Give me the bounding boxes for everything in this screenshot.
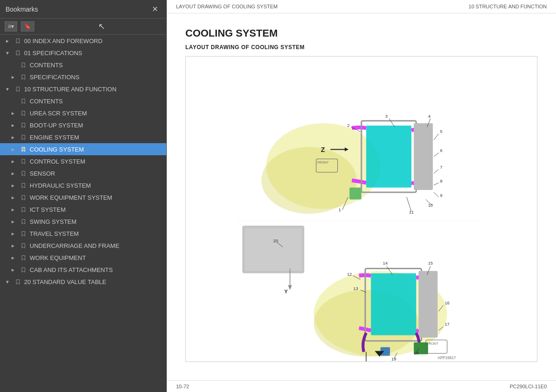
- doc-content: COOLING SYSTEM LAYOUT DRAWING OF COOLING…: [167, 13, 556, 380]
- expand-icon[interactable]: ►: [9, 242, 17, 249]
- bookmark-label: TRAVEL SYSTEM: [30, 230, 163, 237]
- svg-text:3: 3: [385, 114, 387, 119]
- expand-icon[interactable]: ►: [9, 158, 17, 165]
- bookmark-item[interactable]: ► CONTROL SYSTEM: [0, 155, 166, 167]
- expand-icon[interactable]: ►: [9, 133, 17, 141]
- bookmark-label: SENSOR: [30, 170, 163, 177]
- diagram-container: Z FRONT 2: [185, 56, 537, 362]
- expand-icon[interactable]: ►: [9, 145, 17, 153]
- expand-icon[interactable]: [9, 97, 17, 105]
- bookmark-flag-icon: [19, 254, 27, 261]
- expand-icon[interactable]: ►: [9, 218, 17, 225]
- bookmark-item[interactable]: CONTENTS: [0, 95, 166, 107]
- svg-text:4: 4: [428, 114, 430, 119]
- bookmark-flag-icon: [14, 278, 21, 285]
- expand-icon[interactable]: ►: [9, 266, 17, 273]
- bookmark-flag-icon: [19, 121, 27, 129]
- bookmark-flag-icon: [19, 218, 27, 225]
- bookmark-item[interactable]: ▼ 10 STRUCTURE AND FUNCTION: [0, 83, 166, 95]
- svg-rect-8: [366, 126, 411, 188]
- expand-icon[interactable]: ▼: [4, 49, 11, 57]
- svg-text:8: 8: [440, 179, 442, 183]
- expand-icon[interactable]: ►: [9, 206, 17, 213]
- bookmark-flag-icon: [14, 49, 21, 57]
- bookmark-flag-icon: [19, 242, 27, 249]
- bookmark-item[interactable]: ► WORK EQUIPMENT SYSTEM: [0, 191, 166, 203]
- svg-text:FRONT: FRONT: [317, 160, 329, 164]
- expand-icon[interactable]: ▼: [4, 278, 11, 285]
- svg-text:APP15817: APP15817: [438, 356, 456, 360]
- bookmark-item[interactable]: ► SENSOR: [0, 167, 166, 179]
- bookmark-flag-icon: [19, 145, 27, 153]
- page-title: COOLING SYSTEM: [185, 27, 537, 39]
- bookmark-label: BOOT-UP SYSTEM: [30, 122, 163, 129]
- expand-icon[interactable]: ►: [9, 109, 17, 117]
- expand-icon[interactable]: ►: [9, 170, 17, 177]
- expand-icon[interactable]: ►: [9, 194, 17, 201]
- bookmark-item[interactable]: ► UNDERCARRIAGE AND FRAME: [0, 240, 166, 252]
- close-button[interactable]: ✕: [149, 4, 161, 14]
- bookmark-item[interactable]: CONTENTS: [0, 59, 166, 71]
- bookmarks-panel: Bookmarks ✕ ≡▾ 🔖 ↖ ► 00 INDEX AND FOREWO…: [0, 0, 167, 392]
- bookmark-label: SWING SYSTEM: [30, 218, 163, 225]
- bookmark-flag-icon: [19, 109, 27, 117]
- svg-rect-46: [418, 271, 437, 338]
- bookmark-item[interactable]: ► CAB AND ITS ATTACHMENTS: [0, 264, 166, 276]
- page-number: 10-72: [176, 384, 189, 389]
- bookmark-flag-icon: [19, 61, 27, 69]
- svg-text:5: 5: [440, 129, 442, 134]
- svg-text:19: 19: [392, 357, 396, 361]
- bookmark-item[interactable]: ► HYDRAULIC SYSTEM: [0, 179, 166, 191]
- bookmark-item[interactable]: ► TRAVEL SYSTEM: [0, 228, 166, 240]
- bookmark-item[interactable]: ► SWING SYSTEM: [0, 215, 166, 228]
- bookmark-flag-icon: [19, 266, 27, 273]
- svg-rect-44: [371, 273, 417, 335]
- expand-icon[interactable]: ▼: [4, 85, 11, 93]
- svg-text:FRONT: FRONT: [427, 341, 438, 346]
- expand-icon[interactable]: ►: [9, 182, 17, 189]
- svg-text:9: 9: [440, 193, 442, 198]
- bookmark-item[interactable]: ► ICT SYSTEM: [0, 203, 166, 215]
- bookmark-item[interactable]: ► BOOT-UP SYSTEM: [0, 119, 166, 131]
- bookmarks-toolbar: ≡▾ 🔖 ↖: [0, 19, 166, 35]
- bookmark-item[interactable]: ► ENGINE SYSTEM: [0, 131, 166, 143]
- bookmark-item[interactable]: ► SPECIFICATIONS: [0, 71, 166, 83]
- bookmark-label: CONTENTS: [30, 62, 163, 69]
- bookmark-label: CONTROL SYSTEM: [30, 158, 163, 165]
- doc-header-left: LAYOUT DRAWING OF COOLING SYSTEM: [176, 4, 278, 9]
- expand-icon[interactable]: ►: [4, 37, 11, 44]
- svg-point-2: [261, 147, 357, 214]
- bookmark-flag-icon: [19, 133, 27, 141]
- bookmark-item[interactable]: ► WORK EQUIPMENT: [0, 252, 166, 264]
- svg-rect-36: [245, 228, 302, 271]
- svg-text:2: 2: [347, 123, 349, 128]
- bookmark-label: WORK EQUIPMENT: [30, 254, 163, 261]
- bookmark-flag-icon: [19, 158, 27, 165]
- section-title: LAYOUT DRAWING OF COOLING SYSTEM: [185, 44, 537, 51]
- svg-text:17: 17: [445, 322, 449, 327]
- bookmark-item[interactable]: ► UREA SCR SYSTEM: [0, 107, 166, 119]
- expand-icon[interactable]: ►: [9, 230, 17, 237]
- bookmark-item[interactable]: ► COOLING SYSTEM: [0, 143, 166, 155]
- bookmark-flag-icon: [19, 73, 27, 81]
- bookmark-options-button[interactable]: 🔖: [21, 21, 34, 32]
- bookmark-label: 01 SPECIFICATIONS: [24, 50, 163, 57]
- bookmark-flag-icon: [19, 182, 27, 189]
- view-options-button[interactable]: ≡▾: [5, 21, 17, 32]
- svg-text:18: 18: [414, 351, 418, 355]
- bookmark-item[interactable]: ► 00 INDEX AND FOREWORD: [0, 35, 166, 47]
- bookmark-item[interactable]: ▼ 01 SPECIFICATIONS: [0, 47, 166, 59]
- expand-icon[interactable]: ►: [9, 73, 17, 81]
- expand-icon[interactable]: [9, 61, 17, 69]
- document-id: PC290LCI-11E0: [510, 384, 547, 389]
- expand-icon[interactable]: ►: [9, 121, 17, 129]
- bookmark-label: UNDERCARRIAGE AND FRAME: [30, 242, 163, 249]
- svg-text:12: 12: [347, 272, 352, 277]
- bookmark-flag-icon: [19, 97, 27, 105]
- svg-rect-10: [414, 123, 433, 190]
- expand-icon[interactable]: ►: [9, 254, 17, 261]
- bookmark-item[interactable]: ▼ 20 STANDARD VALUE TABLE: [0, 276, 166, 288]
- bookmark-label: SPECIFICATIONS: [30, 74, 163, 81]
- bookmark-flag-icon: [19, 230, 27, 237]
- bookmark-label: CONTENTS: [30, 98, 163, 105]
